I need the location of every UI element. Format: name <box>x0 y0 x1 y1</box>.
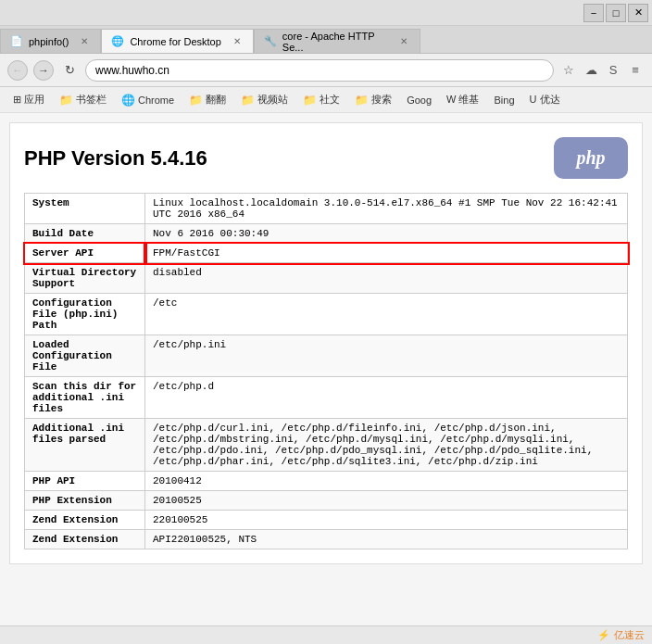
status-brand: ⚡ 亿速云 <box>597 628 645 642</box>
table-key: Loaded Configuration File <box>25 335 145 377</box>
tab-favicon-apache: 🔧 <box>264 35 277 48</box>
tab-favicon-chrome: 🌐 <box>111 35 124 48</box>
bookmark-video-label: 视频站 <box>257 93 288 107</box>
tab-close-apache[interactable]: ✕ <box>398 35 410 48</box>
tab-close-chrome[interactable]: ✕ <box>231 35 244 48</box>
minimize-button[interactable]: − <box>583 4 604 22</box>
maximize-button[interactable]: □ <box>606 4 626 22</box>
table-row: Server APIFPM/FastCGI <box>25 244 628 263</box>
youdao-label: U 优达 <box>530 93 560 107</box>
address-input[interactable] <box>85 59 554 82</box>
bookmark-search-label: 搜索 <box>371 93 392 107</box>
table-value: /etc <box>145 294 628 335</box>
table-value: /etc/php.d/curl.ini, /etc/php.d/fileinfo… <box>145 419 628 472</box>
address-icons: ☆ ☁ S ≡ <box>559 61 645 80</box>
table-value: 20100525 <box>145 491 628 511</box>
table-key: Additional .ini files parsed <box>25 419 145 472</box>
table-row: Build DateNov 6 2016 00:30:49 <box>25 224 628 244</box>
table-value: /etc/php.ini <box>145 335 628 377</box>
apps-icon: ⊞ <box>13 94 21 106</box>
bookmark-social[interactable]: 📁 社文 <box>297 91 345 108</box>
chrome-icon: 🌐 <box>121 94 135 107</box>
apps-button[interactable]: ⊞ 应用 <box>7 91 50 108</box>
bookmark-fanfan-label: 翻翻 <box>206 93 226 107</box>
folder-video-icon: 📁 <box>241 94 255 107</box>
brand-label: 亿速云 <box>614 628 645 642</box>
folder-search-icon: 📁 <box>355 94 369 107</box>
apps-label: 应用 <box>24 93 44 107</box>
table-value: FPM/FastCGI <box>145 244 628 263</box>
bookmark-social-label: 社文 <box>320 93 340 107</box>
table-value: /etc/php.d <box>145 377 628 419</box>
table-row: PHP Extension20100525 <box>25 491 628 511</box>
refresh-button[interactable]: ↻ <box>59 60 80 81</box>
table-key: System <box>25 194 145 224</box>
google-label: Goog <box>407 95 432 106</box>
tab-phpinfo[interactable]: 📄 phpinfo() ✕ <box>0 29 101 53</box>
table-row: Zend ExtensionAPI220100525, NTS <box>25 530 628 549</box>
phpinfo-container: PHP Version 5.4.16 php SystemLinux local… <box>9 122 643 564</box>
folder-social-icon: 📁 <box>303 94 317 107</box>
bookmark-fanfan[interactable]: 📁 翻翻 <box>183 91 232 108</box>
table-key: Zend Extension <box>25 530 145 549</box>
table-key: Scan this dir for additional .ini files <box>25 377 145 419</box>
table-row: Additional .ini files parsed/etc/php.d/c… <box>25 419 628 472</box>
bookmark-bookmarks[interactable]: 📁 书签栏 <box>54 91 112 108</box>
table-value: API220100525, NTS <box>145 530 628 549</box>
back-button[interactable]: ← <box>7 60 28 81</box>
bookmark-google[interactable]: Goog <box>401 93 437 107</box>
table-key: Configuration File (php.ini) Path <box>25 294 145 335</box>
bookmark-search[interactable]: 📁 搜索 <box>349 91 397 108</box>
table-key: PHP Extension <box>25 491 145 511</box>
forward-button[interactable]: → <box>33 60 54 81</box>
bookmark-video[interactable]: 📁 视频站 <box>235 91 294 108</box>
php-logo: php <box>554 137 628 179</box>
tab-close-phpinfo[interactable]: ✕ <box>78 35 91 48</box>
close-button[interactable]: ✕ <box>628 4 648 22</box>
table-value: disabled <box>145 263 628 294</box>
php-header: PHP Version 5.4.16 php <box>24 137 628 179</box>
wiki-label: W 维基 <box>446 93 479 107</box>
title-bar: − □ ✕ <box>0 0 652 26</box>
tab-label-apache: core - Apache HTTP Se... <box>282 31 389 53</box>
bookmark-youdao[interactable]: U 优达 <box>524 91 566 108</box>
tab-chrome[interactable]: 🌐 Chrome for Desktop ✕ <box>101 29 253 53</box>
table-row: PHP API20100412 <box>25 472 628 491</box>
table-row: Virtual Directory Supportdisabled <box>25 263 628 294</box>
window-controls: − □ ✕ <box>583 4 648 22</box>
bookmark-chrome-label: Chrome <box>138 95 174 106</box>
shield-icon[interactable]: S <box>604 61 622 80</box>
table-key: Zend Extension <box>25 511 145 530</box>
tab-label-phpinfo: phpinfo() <box>29 36 69 47</box>
table-key: Build Date <box>25 224 145 244</box>
menu-icon[interactable]: ≡ <box>626 61 645 80</box>
content-area: PHP Version 5.4.16 php SystemLinux local… <box>0 113 652 625</box>
tab-bar: 📄 phpinfo() ✕ 🌐 Chrome for Desktop ✕ 🔧 c… <box>0 26 652 54</box>
tab-apache[interactable]: 🔧 core - Apache HTTP Se... ✕ <box>254 29 420 53</box>
table-row: Loaded Configuration File/etc/php.ini <box>25 335 628 377</box>
bookmarks-bar: ⊞ 应用 📁 书签栏 🌐 Chrome 📁 翻翻 📁 视频站 📁 社文 📁 搜索… <box>0 87 652 113</box>
address-bar: ← → ↻ ☆ ☁ S ≡ <box>0 54 652 87</box>
bookmark-bing[interactable]: Bing <box>489 93 520 107</box>
brand-icon: ⚡ <box>597 629 610 641</box>
table-row: SystemLinux localhost.localdomain 3.10.0… <box>25 194 628 224</box>
table-key: Server API <box>25 244 145 263</box>
folder-icon: 📁 <box>59 94 73 107</box>
folder-fanfan-icon: 📁 <box>189 94 203 107</box>
info-table: SystemLinux localhost.localdomain 3.10.0… <box>24 193 628 549</box>
table-row: Scan this dir for additional .ini files/… <box>25 377 628 419</box>
bookmark-star-icon[interactable]: ☆ <box>559 61 578 80</box>
table-row: Configuration File (php.ini) Path/etc <box>25 294 628 335</box>
tab-favicon-phpinfo: 📄 <box>10 35 23 48</box>
table-key: PHP API <box>25 472 145 491</box>
cloud-icon[interactable]: ☁ <box>582 61 600 80</box>
table-value: Linux localhost.localdomain 3.10.0-514.e… <box>145 194 628 224</box>
php-version-title: PHP Version 5.4.16 <box>24 146 207 170</box>
bookmark-chrome[interactable]: 🌐 Chrome <box>116 92 180 108</box>
table-key: Virtual Directory Support <box>25 263 145 294</box>
table-value: 20100412 <box>145 472 628 491</box>
status-bar: ⚡ 亿速云 <box>0 625 652 644</box>
bookmark-wiki[interactable]: W 维基 <box>441 91 484 108</box>
bookmark-label: 书签栏 <box>76 93 107 107</box>
table-value: Nov 6 2016 00:30:49 <box>145 224 628 244</box>
